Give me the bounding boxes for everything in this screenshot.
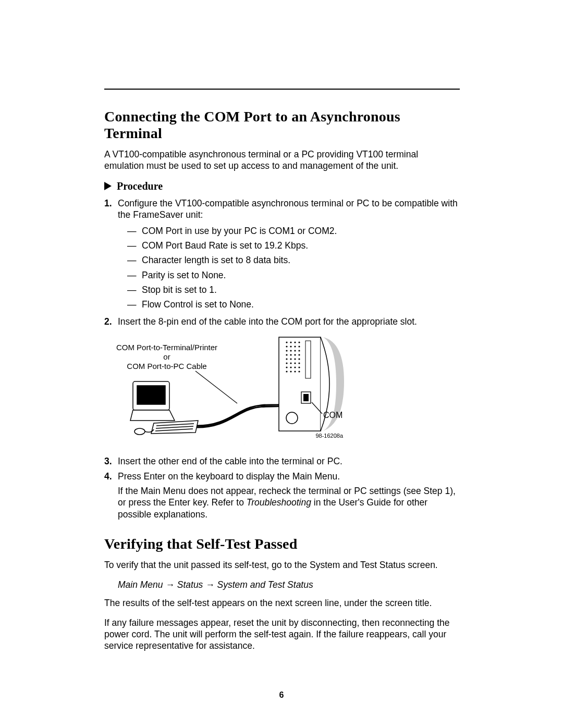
list-item: COM Port Baud Rate is set to 19.2 Kbps. xyxy=(127,240,460,251)
com-port-label: COM xyxy=(323,411,342,419)
svg-point-8 xyxy=(290,342,291,343)
list-item: Stop bit is set to 1. xyxy=(127,284,460,295)
svg-point-34 xyxy=(298,367,300,368)
svg-point-35 xyxy=(286,371,287,373)
list-item: Parity is set to None. xyxy=(127,269,460,281)
svg-point-21 xyxy=(294,354,296,356)
svg-point-18 xyxy=(298,350,300,352)
procedure-label: Procedure xyxy=(117,180,163,192)
cable-label-line2: COM Port-to-PC Cable xyxy=(127,362,206,371)
svg-point-33 xyxy=(294,367,296,368)
svg-point-20 xyxy=(290,354,291,356)
list-item: Flow Control is set to None. xyxy=(127,299,460,310)
svg-point-31 xyxy=(286,367,287,368)
procedure-steps-cont: Insert the other end of the cable into t… xyxy=(104,455,460,520)
svg-point-30 xyxy=(298,363,300,364)
step-1-text: Configure the VT100-compatible asynchron… xyxy=(118,198,458,220)
procedure-heading: Procedure xyxy=(104,180,460,192)
svg-point-10 xyxy=(298,342,300,343)
section-title-2: Verifying that Self-Test Passed xyxy=(104,536,460,552)
svg-point-26 xyxy=(298,359,300,360)
list-item: COM Port in use by your PC is COM1 or CO… xyxy=(127,225,460,237)
svg-point-22 xyxy=(298,354,300,356)
svg-rect-1 xyxy=(137,386,165,404)
step-4-extra-italic: Troubleshooting xyxy=(247,497,311,508)
menu-nav-path: Main Menu → Status → System and Test Sta… xyxy=(118,579,460,590)
section-title-1: Connecting the COM Port to an Asynchrono… xyxy=(104,108,460,142)
svg-point-11 xyxy=(286,346,287,348)
intro-paragraph: A VT100-compatible asynchronous terminal… xyxy=(104,149,460,172)
figure-id: 98-16208a xyxy=(315,433,343,439)
cable-label-line1: COM Port-to-Terminal/Printer xyxy=(116,343,217,352)
top-rule xyxy=(104,89,460,90)
svg-point-32 xyxy=(290,367,291,368)
svg-point-5 xyxy=(134,428,145,435)
list-item: Character length is set to 8 data bits. xyxy=(127,254,460,266)
svg-point-42 xyxy=(286,412,298,424)
step-3: Insert the other end of the cable into t… xyxy=(104,455,460,467)
svg-point-12 xyxy=(290,346,291,348)
step-4: Press Enter on the keyboard to display t… xyxy=(104,471,460,521)
svg-point-17 xyxy=(294,350,296,352)
step-4-extra: If the Main Menu does not appear, rechec… xyxy=(118,485,460,520)
verify-p2: The results of the self-test appears on … xyxy=(104,598,460,609)
svg-point-25 xyxy=(294,359,296,360)
svg-point-16 xyxy=(290,350,291,352)
svg-point-23 xyxy=(286,359,287,360)
svg-point-14 xyxy=(298,346,300,348)
svg-point-24 xyxy=(290,359,291,360)
svg-point-15 xyxy=(286,350,287,352)
svg-point-38 xyxy=(298,371,300,373)
step-1-sublist: COM Port in use by your PC is COM1 or CO… xyxy=(127,225,460,311)
svg-point-29 xyxy=(294,363,296,364)
triangle-right-icon xyxy=(104,182,112,190)
svg-point-36 xyxy=(290,371,291,373)
procedure-steps: Configure the VT100-compatible asynchron… xyxy=(104,198,460,328)
verify-p1: To verify that the unit passed its self-… xyxy=(104,560,460,571)
step-4-text: Press Enter on the keyboard to display t… xyxy=(118,471,340,482)
page-number: 6 xyxy=(0,690,563,700)
computer-icon xyxy=(130,381,198,435)
diagram: COM Port-to-Terminal/Printer or COM Port… xyxy=(104,335,460,446)
verify-p3: If any failure messages appear, reset th… xyxy=(104,618,460,652)
svg-point-19 xyxy=(286,354,287,356)
svg-point-37 xyxy=(294,371,296,373)
svg-point-13 xyxy=(294,346,296,348)
svg-point-9 xyxy=(294,342,296,343)
svg-point-28 xyxy=(290,363,291,364)
page: Connecting the COM Port to an Asynchrono… xyxy=(0,0,563,728)
svg-rect-41 xyxy=(303,394,309,401)
com-port-diagram-svg: COM Port-to-Terminal/Printer or COM Port… xyxy=(104,335,354,444)
step-1: Configure the VT100-compatible asynchron… xyxy=(104,198,460,311)
svg-point-27 xyxy=(286,363,287,364)
leader-line xyxy=(195,371,237,403)
cable-label-or: or xyxy=(163,352,170,361)
step-2: Insert the 8-pin end of the cable into t… xyxy=(104,316,460,327)
svg-point-7 xyxy=(286,342,287,343)
